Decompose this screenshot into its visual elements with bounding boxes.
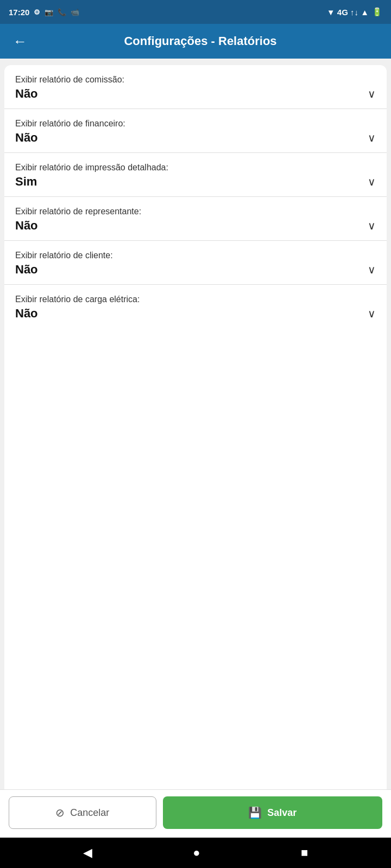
nav-back-icon: ◀ (83, 846, 92, 859)
status-bar-left: 17:20 ⚙ 📷 📞 📹 (9, 8, 79, 17)
dropdown-impressao[interactable]: Exibir relatório de impressão detalhada:… (4, 153, 387, 197)
dropdown-impressao-value: Sim (15, 175, 37, 189)
settings-card: Exibir relatório de comissão: Não ∨ Exib… (4, 65, 387, 559)
video-icon: 📹 (71, 8, 79, 16)
battery-icon: 🔋 (372, 7, 382, 17)
chevron-down-icon: ∨ (368, 219, 376, 232)
dropdown-representante-label: Exibir relatório de representante: (15, 207, 376, 216)
dropdown-representante-row: Não ∨ (15, 219, 376, 233)
dropdown-carga-eletrica-label: Exibir relatório de carga elétrica: (15, 295, 376, 304)
dropdown-financeiro[interactable]: Exibir relatório de financeiro: Não ∨ (4, 109, 387, 153)
cancel-label: Cancelar (70, 807, 109, 819)
status-bar-right: ▼ 4G ↑↓ ▲ 🔋 (327, 7, 382, 17)
chevron-down-icon: ∨ (368, 307, 376, 320)
dropdown-comissao[interactable]: Exibir relatório de comissão: Não ∨ (4, 65, 387, 109)
nav-recent-button[interactable]: ■ (297, 841, 312, 864)
signal-text: ▼ 4G ↑↓ ▲ (327, 8, 369, 17)
dropdown-comissao-value: Não (15, 87, 38, 101)
page-title: Configurações - Relatórios (40, 34, 361, 48)
time-label: 17:20 (9, 8, 29, 17)
dropdown-carga-eletrica-value: Não (15, 307, 38, 321)
save-label: Salvar (267, 807, 297, 819)
dropdown-impressao-label: Exibir relatório de impressão detalhada: (15, 163, 376, 173)
nav-home-icon: ● (193, 846, 200, 859)
cancel-button[interactable]: ⊘ Cancelar (9, 796, 156, 829)
voicemail-icon: 📞 (58, 8, 66, 16)
chevron-down-icon: ∨ (368, 131, 376, 144)
dropdown-cliente-label: Exibir relatório de cliente: (15, 251, 376, 260)
nav-recent-icon: ■ (301, 846, 308, 859)
chevron-down-icon: ∨ (368, 263, 376, 276)
dropdown-representante[interactable]: Exibir relatório de representante: Não ∨ (4, 197, 387, 241)
navigation-bar: ◀ ● ■ (0, 838, 391, 868)
camera-icon: 📷 (45, 8, 53, 16)
dropdown-representante-value: Não (15, 219, 38, 233)
dropdown-carga-eletrica-row: Não ∨ (15, 307, 376, 321)
dropdown-carga-eletrica[interactable]: Exibir relatório de carga elétrica: Não … (4, 285, 387, 328)
dropdown-financeiro-label: Exibir relatório de financeiro: (15, 119, 376, 129)
chevron-down-icon: ∨ (368, 87, 376, 100)
dropdown-comissao-label: Exibir relatório de comissão: (15, 75, 376, 85)
dropdown-cliente-row: Não ∨ (15, 263, 376, 277)
dropdown-cliente-value: Não (15, 263, 38, 277)
save-button[interactable]: 💾 Salvar (163, 796, 382, 829)
dropdown-cliente[interactable]: Exibir relatório de cliente: Não ∨ (4, 241, 387, 285)
save-icon: 💾 (248, 806, 262, 819)
back-button[interactable]: ← (9, 31, 31, 52)
settings-icon: ⚙ (34, 8, 40, 16)
bottom-action-bar: ⊘ Cancelar 💾 Salvar (0, 789, 391, 838)
status-bar: 17:20 ⚙ 📷 📞 📹 ▼ 4G ↑↓ ▲ 🔋 (0, 0, 391, 24)
top-bar: ← Configurações - Relatórios (0, 24, 391, 59)
chevron-down-icon: ∨ (368, 175, 376, 188)
dropdown-comissao-row: Não ∨ (15, 87, 376, 101)
content-spacer (4, 559, 387, 789)
nav-back-button[interactable]: ◀ (79, 841, 97, 864)
dropdown-financeiro-value: Não (15, 131, 38, 145)
cancel-icon: ⊘ (55, 806, 65, 819)
dropdown-financeiro-row: Não ∨ (15, 131, 376, 145)
dropdown-impressao-row: Sim ∨ (15, 175, 376, 189)
nav-home-button[interactable]: ● (188, 841, 204, 864)
back-icon: ← (13, 33, 27, 49)
